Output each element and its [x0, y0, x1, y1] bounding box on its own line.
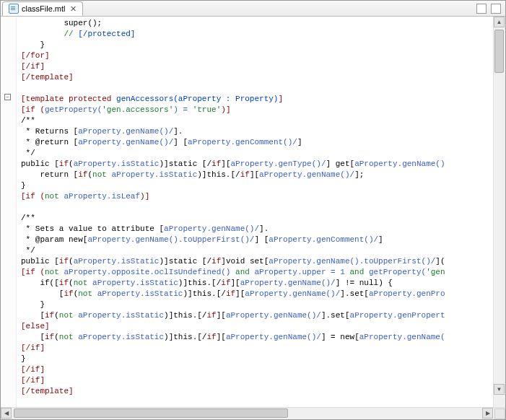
scroll-up-icon[interactable]: ▲ — [494, 17, 505, 27]
file-icon — [9, 4, 19, 14]
tab-close-icon[interactable]: ✕ — [70, 4, 77, 14]
minimize-icon[interactable] — [476, 4, 487, 14]
tab-bar: classFile.mtl ✕ — [1, 1, 505, 17]
scroll-thumb-vertical[interactable] — [494, 30, 504, 73]
scroll-down-icon[interactable]: ▼ — [494, 384, 505, 395]
scroll-left-icon[interactable]: ◀ — [1, 408, 12, 419]
vertical-scrollbar[interactable]: ▲ ▼ — [493, 17, 505, 407]
code-viewport[interactable]: super(); // [/protected] } [/for] [/if] … — [17, 17, 493, 407]
gutter: − — [1, 17, 17, 407]
scrollbar-corner — [494, 408, 505, 419]
tab-actions — [476, 1, 505, 16]
scroll-thumb-horizontal[interactable] — [14, 408, 288, 418]
tab-filename: classFile.mtl — [22, 4, 66, 13]
maximize-icon[interactable] — [491, 4, 501, 14]
editor-area: − super(); // [/protected] } [/for] [/if… — [1, 17, 505, 407]
code-content[interactable]: super(); // [/protected] } [/for] [/if] … — [17, 17, 493, 403]
editor-window: classFile.mtl ✕ − super(); // [/protecte… — [0, 0, 506, 420]
scroll-right-icon[interactable]: ▶ — [482, 408, 493, 419]
tab-classfile[interactable]: classFile.mtl ✕ — [2, 1, 83, 16]
horizontal-scrollbar[interactable]: ◀ ▶ — [1, 407, 505, 419]
fold-toggle-icon[interactable]: − — [4, 94, 11, 100]
